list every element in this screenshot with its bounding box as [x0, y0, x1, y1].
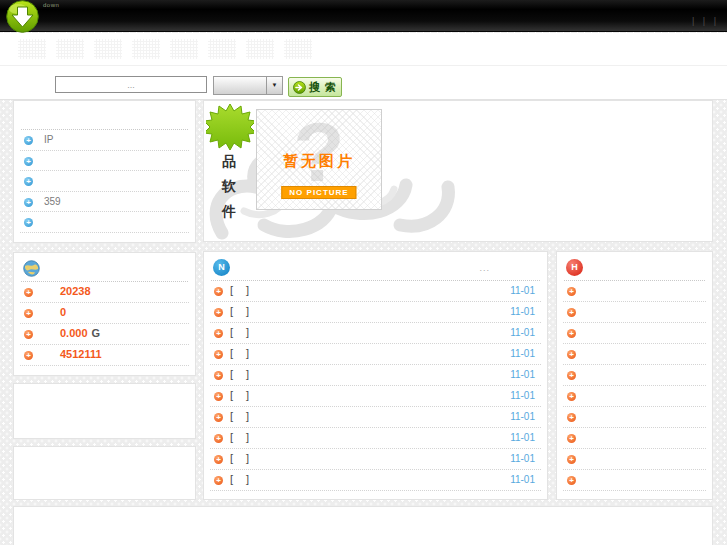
stat-value: 0: [60, 306, 66, 318]
news-item-date: 11-01: [510, 474, 535, 485]
news-item[interactable]: +[ ]11-01: [210, 302, 541, 323]
left-category-item[interactable]: +359: [20, 192, 189, 213]
news-heading: N ...: [211, 252, 540, 281]
hot-item[interactable]: +: [563, 365, 706, 386]
news-item[interactable]: +[ ]11-01: [210, 470, 541, 491]
nav-item[interactable]: [208, 39, 236, 59]
hot-item[interactable]: +: [563, 449, 706, 470]
news-item-category: [ ]: [230, 473, 254, 485]
news-item[interactable]: +[ ]11-01: [210, 365, 541, 386]
news-item-date: 11-01: [510, 453, 535, 464]
left-empty-panel-1: [13, 383, 196, 439]
plus-icon: +: [214, 434, 223, 443]
stat-value: 4512111: [60, 348, 102, 360]
hot-item[interactable]: +: [563, 281, 706, 302]
no-picture-placeholder[interactable]: ? 暂无图片 NO PICTURE: [256, 109, 382, 210]
news-item-date: 11-01: [510, 327, 535, 338]
footer-panel: [13, 506, 713, 545]
news-item[interactable]: +[ ]11-01: [210, 407, 541, 428]
hot-item[interactable]: +: [563, 344, 706, 365]
nav-item[interactable]: [170, 39, 198, 59]
nav-item[interactable]: [132, 39, 160, 59]
stat-item: +0.000G: [20, 324, 189, 345]
news-more-link[interactable]: ...: [479, 263, 490, 273]
plus-icon: +: [24, 136, 33, 145]
search-bar: ▼ 搜 索: [0, 66, 727, 100]
search-button-label: 搜 索: [309, 80, 337, 95]
download-logo-icon[interactable]: [4, 0, 41, 34]
news-icon: N: [213, 259, 230, 276]
plus-icon: +: [214, 308, 223, 317]
news-item-category: [ ]: [230, 389, 254, 401]
vertical-char: 软: [220, 178, 238, 196]
globe-icon: [23, 260, 40, 277]
plus-icon: +: [214, 287, 223, 296]
news-item-category: [ ]: [230, 431, 254, 443]
news-item-category: [ ]: [230, 347, 254, 359]
hot-item[interactable]: +: [563, 470, 706, 491]
top-header: | | |: [0, 0, 727, 32]
news-list-panel: N ... +[ ]11-01+[ ]11-01+[ ]11-01+[ ]11-…: [203, 251, 548, 500]
left-category-item[interactable]: +: [20, 212, 189, 233]
hot-item[interactable]: +: [563, 386, 706, 407]
hot-item[interactable]: +: [563, 428, 706, 449]
news-item-category: [ ]: [230, 305, 254, 317]
left-category-item[interactable]: +: [20, 151, 189, 172]
news-item[interactable]: +[ ]11-01: [210, 323, 541, 344]
news-item-date: 11-01: [510, 285, 535, 296]
news-item-date: 11-01: [510, 306, 535, 317]
hot-item[interactable]: +: [563, 323, 706, 344]
news-item-category: [ ]: [230, 326, 254, 338]
search-button[interactable]: 搜 索: [288, 77, 342, 97]
plus-icon: +: [567, 434, 576, 443]
news-item-date: 11-01: [510, 432, 535, 443]
left-category-label: 359: [44, 196, 61, 207]
plus-icon: +: [24, 309, 33, 318]
hot-item[interactable]: +: [563, 302, 706, 323]
main-nav: [0, 33, 727, 66]
news-item[interactable]: +[ ]11-01: [210, 449, 541, 470]
plus-icon: +: [567, 308, 576, 317]
stat-value: 0.000G: [60, 327, 100, 339]
chevron-down-icon[interactable]: ▼: [266, 77, 282, 94]
header-right-links[interactable]: | | |: [692, 16, 719, 26]
premium-badge-star: [206, 103, 254, 151]
nav-item[interactable]: [94, 39, 122, 59]
news-item-category: [ ]: [230, 284, 254, 296]
plus-icon: +: [567, 329, 576, 338]
news-item[interactable]: +[ ]11-01: [210, 344, 541, 365]
plus-icon: +: [567, 350, 576, 359]
plus-icon: +: [567, 371, 576, 380]
vertical-char: 件: [220, 203, 238, 221]
left-category-item[interactable]: +IP: [20, 130, 189, 151]
plus-icon: +: [24, 351, 33, 360]
logo-text: down: [43, 2, 59, 8]
featured-software-panel: 精 品 软 件 ? 暂无图片 NO PICTURE: [203, 100, 713, 242]
nav-item[interactable]: [284, 39, 312, 59]
premium-vertical-label: 品 软 件: [220, 153, 238, 228]
news-item-date: 11-01: [510, 348, 535, 359]
search-input[interactable]: [55, 76, 207, 93]
plus-icon: +: [567, 413, 576, 422]
left-category-label: IP: [44, 134, 53, 145]
plus-icon: +: [24, 198, 33, 207]
stat-value: 20238: [60, 285, 91, 297]
plus-icon: +: [567, 476, 576, 485]
nav-item[interactable]: [18, 39, 46, 59]
news-item-date: 11-01: [510, 390, 535, 401]
plus-icon: +: [24, 330, 33, 339]
no-picture-caption: NO PICTURE: [281, 186, 356, 199]
left-category-item[interactable]: +: [20, 171, 189, 192]
nav-item[interactable]: [246, 39, 274, 59]
news-item[interactable]: +[ ]11-01: [210, 281, 541, 302]
plus-icon: +: [567, 287, 576, 296]
stat-item: +20238: [20, 282, 189, 303]
vertical-char: 品: [220, 153, 238, 171]
news-item[interactable]: +[ ]11-01: [210, 386, 541, 407]
hot-item[interactable]: +: [563, 407, 706, 428]
news-item[interactable]: +[ ]11-01: [210, 428, 541, 449]
site-stats-heading: [21, 253, 188, 282]
nav-item[interactable]: [56, 39, 84, 59]
category-select[interactable]: ▼: [213, 76, 283, 95]
left-empty-panel-2: [13, 446, 196, 500]
